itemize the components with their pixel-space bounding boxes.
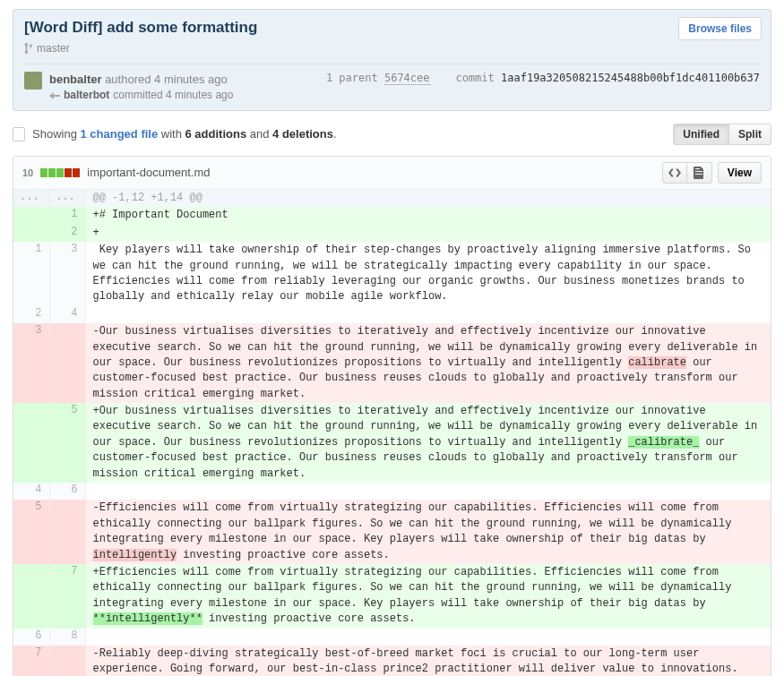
old-line-number[interactable] <box>13 403 49 483</box>
word-diff-mark: **intelligently** <box>93 612 202 625</box>
code-cell: Key players will take ownership of their… <box>85 242 771 306</box>
parent-label: 1 parent <box>326 72 378 84</box>
code-cell <box>85 306 771 323</box>
new-line-number[interactable] <box>49 646 85 676</box>
old-line-number[interactable]: 7 <box>13 646 49 676</box>
browse-files-button[interactable]: Browse files <box>678 17 762 40</box>
old-line-number[interactable] <box>13 564 49 629</box>
unified-button[interactable]: Unified <box>673 124 729 145</box>
authored-time: authored 4 minutes ago <box>105 73 228 86</box>
diff-toolbar: Showing 1 changed file with 6 additions … <box>13 124 771 145</box>
word-diff-mark: _calibrate_ <box>628 436 699 449</box>
diff-mode-toggle: Unified Split <box>673 124 771 145</box>
document-icon <box>694 167 704 179</box>
diff-line: 7+Efficiencies will come from virtually … <box>13 564 771 629</box>
code-cell <box>85 629 771 646</box>
old-line-number[interactable] <box>13 207 49 224</box>
hunk-row: ......@@ -1,12 +1,14 @@ <box>13 190 771 207</box>
diff-line: 24 <box>13 306 771 323</box>
commit-title: [Word Diff] add some formatting <box>24 19 760 37</box>
code-cell: +# Important Document <box>85 207 771 224</box>
file-actions: View <box>662 162 762 184</box>
branch-name[interactable]: master <box>37 42 70 55</box>
old-line-number[interactable]: 3 <box>13 323 49 403</box>
file-header: 10 important-document.md View <box>13 157 771 190</box>
new-line-number[interactable]: 6 <box>49 483 85 500</box>
diff-line: 5-Efficiencies will come from virtually … <box>13 500 771 564</box>
full-sha: 1aaf19a320508215245488b00bf1dc401100b637 <box>501 72 760 84</box>
code-cell: +Efficiencies will come from virtually s… <box>85 564 771 629</box>
old-line-number[interactable] <box>13 225 49 242</box>
new-line-number[interactable] <box>49 500 85 564</box>
changed-files-link[interactable]: 1 changed file <box>80 127 158 141</box>
commit-label: commit <box>455 72 494 84</box>
old-line-number[interactable]: 6 <box>13 629 49 646</box>
old-line-number[interactable]: 4 <box>13 483 49 500</box>
code-cell: -Efficiencies will come from virtually s… <box>85 500 771 564</box>
parent-sha[interactable]: 5674cee <box>384 72 430 85</box>
diff-line: 13 Key players will take ownership of th… <box>13 242 771 306</box>
new-line-number[interactable]: 1 <box>49 207 85 224</box>
avatar[interactable] <box>24 72 42 90</box>
old-line-number[interactable]: 5 <box>13 500 49 564</box>
file-box: 10 important-document.md View ......@@ -… <box>13 156 771 676</box>
old-line-number[interactable]: 2 <box>13 306 49 323</box>
diff-line: 3-Our business virtualises diversities t… <box>13 323 771 403</box>
new-line-number[interactable]: 7 <box>49 564 85 629</box>
committer-name: balterbot <box>64 88 109 103</box>
stat-bars <box>40 168 80 177</box>
expand-icon[interactable]: ... <box>13 190 49 207</box>
new-line-number[interactable]: 4 <box>49 306 85 323</box>
diff-summary: Showing 1 changed file with 6 additions … <box>32 127 666 141</box>
author-link[interactable]: benbalter <box>49 73 102 86</box>
code-icon <box>668 167 681 178</box>
diff-line: 5+Our business virtualises diversities t… <box>13 403 771 483</box>
code-cell: + <box>85 225 771 242</box>
code-cell: -Our business virtualises diversities to… <box>85 323 771 403</box>
code-cell: +Our business virtualises diversities to… <box>85 403 771 483</box>
sha-block: 1 parent 5674cee commit 1aaf19a320508215… <box>326 72 760 84</box>
branch-row: master <box>24 42 760 55</box>
hunk-header: @@ -1,12 +1,14 @@ <box>85 190 771 207</box>
view-button[interactable]: View <box>718 162 762 184</box>
rendered-view-button[interactable] <box>687 162 712 184</box>
commit-header: [Word Diff] add some formatting master B… <box>13 9 771 111</box>
diff-line: 1+# Important Document <box>13 207 771 224</box>
expand-icon[interactable]: ... <box>49 190 85 207</box>
diff-table: ......@@ -1,12 +1,14 @@1+# Important Doc… <box>13 190 771 676</box>
word-diff-mark: intelligently <box>93 549 177 561</box>
branch-icon <box>24 42 33 55</box>
author-block: benbalter authored 4 minutes ago balterb… <box>49 72 319 103</box>
code-cell: -Reliably deep-diving strategically best… <box>85 646 771 676</box>
new-line-number[interactable]: 3 <box>49 242 85 306</box>
diff-line: 46 <box>13 483 771 500</box>
old-line-number[interactable]: 1 <box>13 242 49 306</box>
file-name[interactable]: important-document.md <box>87 166 655 179</box>
commit-meta: benbalter authored 4 minutes ago balterb… <box>24 64 760 103</box>
committed-time: committed 4 minutes ago <box>113 88 233 103</box>
new-line-number[interactable]: 2 <box>49 225 85 242</box>
diff-line: 7-Reliably deep-diving strategically bes… <box>13 646 771 676</box>
change-count: 10 <box>22 167 33 178</box>
committer-icon <box>49 91 60 100</box>
new-line-number[interactable] <box>49 323 85 403</box>
diff-line: 68 <box>13 629 771 646</box>
split-button[interactable]: Split <box>729 124 771 145</box>
word-diff-mark: calibrate <box>628 356 686 369</box>
diff-line: 2+ <box>13 225 771 242</box>
file-icon <box>13 127 25 141</box>
new-line-number[interactable]: 5 <box>49 403 85 483</box>
source-view-button[interactable] <box>662 162 687 184</box>
new-line-number[interactable]: 8 <box>49 629 85 646</box>
code-cell <box>85 483 771 500</box>
